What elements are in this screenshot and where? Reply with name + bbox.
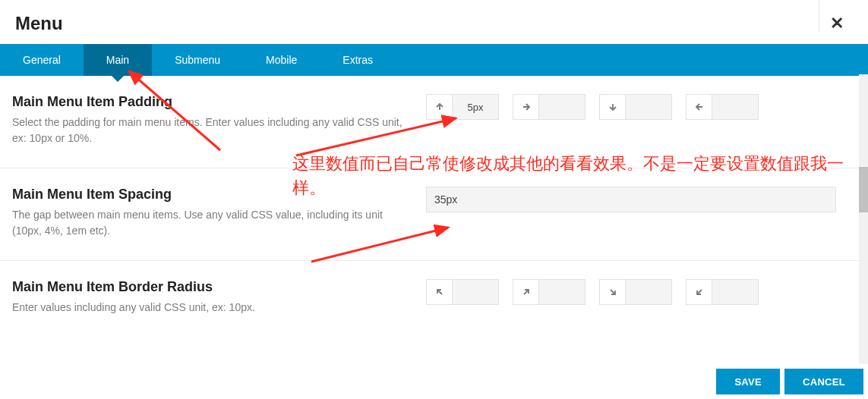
modal-footer: SAVE CANCEL: [712, 364, 868, 399]
tab-extras[interactable]: Extras: [320, 44, 396, 76]
tab-main[interactable]: Main: [84, 44, 152, 76]
radius-inputs: [426, 279, 856, 305]
modal-header: Menu ✕: [0, 0, 868, 44]
radius-tl-input[interactable]: [453, 280, 498, 304]
field-desc-spacing: The gap between main menu items. Use any…: [12, 207, 411, 239]
radius-br-cell: [599, 279, 672, 305]
radius-tr-cell: [513, 279, 586, 305]
section-padding: Main Menu Item Padding Select the paddin…: [0, 76, 868, 168]
save-button[interactable]: SAVE: [716, 369, 780, 394]
settings-modal: Menu ✕ General Main Submenu Mobile Extra…: [0, 0, 868, 399]
tab-label: General: [23, 54, 61, 66]
save-label: SAVE: [734, 376, 762, 388]
radius-br-input[interactable]: [626, 280, 671, 304]
padding-top-input[interactable]: [453, 95, 498, 119]
padding-bottom-cell: [599, 94, 672, 120]
radius-tl-cell: [426, 279, 499, 305]
padding-left-input[interactable]: [712, 95, 758, 119]
field-title-radius: Main Menu Item Border Radius: [12, 279, 411, 295]
modal-title: Menu: [15, 13, 63, 34]
field-title-padding: Main Menu Item Padding: [12, 94, 411, 110]
spacing-input[interactable]: [426, 187, 836, 212]
padding-left-cell: [686, 94, 759, 120]
arrow-downright-icon: [600, 280, 626, 304]
tab-label: Main: [106, 54, 129, 66]
cancel-label: CANCEL: [803, 376, 845, 388]
tab-mobile[interactable]: Mobile: [243, 44, 320, 76]
arrow-upright-icon: [513, 280, 539, 304]
section-radius: Main Menu Item Border Radius Enter value…: [0, 261, 868, 323]
tab-bar: General Main Submenu Mobile Extras: [0, 44, 868, 76]
scrollbar-track[interactable]: [859, 74, 868, 364]
radius-bl-cell: [686, 279, 759, 305]
close-icon: ✕: [830, 14, 844, 33]
tab-label: Submenu: [175, 54, 220, 66]
tab-label: Extras: [342, 54, 373, 66]
radius-tr-input[interactable]: [539, 280, 585, 304]
padding-inputs: [426, 94, 856, 120]
header-divider: [819, 0, 819, 32]
padding-right-input[interactable]: [539, 95, 585, 119]
arrow-upleft-icon: [427, 280, 453, 304]
scrollbar-thumb[interactable]: [859, 167, 868, 212]
padding-right-cell: [513, 94, 586, 120]
content-scroll[interactable]: Main Menu Item Padding Select the paddin…: [0, 76, 868, 373]
arrow-left-icon: [687, 95, 712, 119]
padding-top-cell: [426, 94, 499, 120]
close-button[interactable]: ✕: [824, 11, 850, 36]
field-title-spacing: Main Menu Item Spacing: [12, 187, 411, 203]
arrow-up-icon: [427, 95, 453, 119]
field-desc-radius: Enter values including any valid CSS uni…: [12, 300, 411, 316]
arrow-right-icon: [513, 95, 539, 119]
cancel-button[interactable]: CANCEL: [784, 369, 863, 394]
arrow-down-icon: [600, 95, 626, 119]
padding-bottom-input[interactable]: [626, 95, 671, 119]
tab-label: Mobile: [266, 54, 297, 66]
arrow-downleft-icon: [687, 280, 712, 304]
radius-bl-input[interactable]: [712, 280, 758, 304]
section-spacing: Main Menu Item Spacing The gap between m…: [0, 168, 868, 261]
tab-submenu[interactable]: Submenu: [152, 44, 243, 76]
field-desc-padding: Select the padding for main menu items. …: [12, 115, 411, 146]
tab-general[interactable]: General: [0, 44, 84, 76]
